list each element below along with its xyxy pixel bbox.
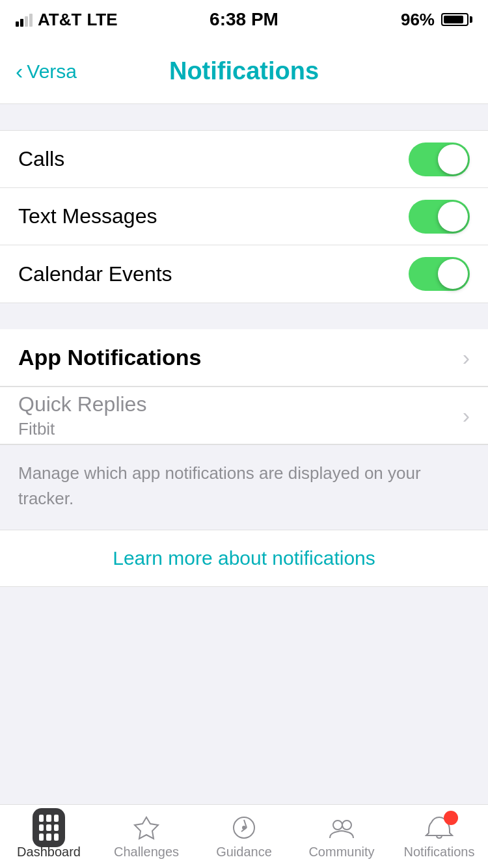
tab-notifications[interactable]: Notifications: [390, 813, 488, 860]
guidance-icon: [228, 813, 260, 842]
app-notifications-row[interactable]: App Notifications ›: [0, 329, 488, 387]
tab-community-label: Community: [308, 845, 374, 860]
app-notifications-chevron-icon: ›: [463, 345, 470, 370]
learn-more-section: Learn more about notifications: [0, 530, 488, 587]
page-title: Notifications: [169, 57, 319, 85]
text-messages-toggle-knob: [438, 202, 468, 232]
helper-text: Manage which app notifications are displ…: [18, 461, 470, 511]
community-icon: [325, 813, 358, 842]
section-divider-middle: [0, 303, 488, 329]
empty-space: [0, 587, 488, 769]
status-bar: AT&T LTE 6:38 PM 96%: [0, 0, 488, 39]
quick-replies-label: Quick Replies: [18, 392, 463, 416]
nav-header: ‹ Versa Notifications: [0, 39, 488, 104]
app-notifications-content: App Notifications: [18, 345, 463, 370]
signal-icon: [16, 12, 33, 27]
status-right: 96%: [401, 10, 472, 30]
svg-point-5: [333, 821, 342, 830]
calendar-events-toggle-knob: [438, 259, 468, 289]
quick-replies-section: Quick Replies Fitbit ›: [0, 387, 488, 445]
quick-replies-sublabel: Fitbit: [18, 419, 463, 439]
dashboard-icon: [33, 813, 65, 842]
calls-toggle[interactable]: [409, 142, 470, 176]
svg-point-4: [243, 826, 245, 829]
quick-replies-content: Quick Replies Fitbit: [18, 392, 463, 439]
calendar-events-toggle[interactable]: [409, 257, 470, 291]
tab-guidance-label: Guidance: [216, 845, 272, 860]
notifications-icon: [423, 813, 455, 842]
challenges-icon: [130, 813, 163, 842]
text-messages-row: Text Messages: [0, 188, 488, 245]
tab-bar: Dashboard Challenges Guidance: [0, 804, 488, 868]
helper-text-section: Manage which app notifications are displ…: [0, 445, 488, 530]
quick-replies-chevron-icon: ›: [463, 403, 470, 428]
app-notifications-label: App Notifications: [18, 345, 201, 370]
section-divider-top: [0, 104, 488, 130]
back-label: Versa: [27, 61, 77, 83]
tab-dashboard[interactable]: Dashboard: [0, 813, 98, 860]
back-chevron-icon: ‹: [16, 59, 23, 84]
tab-community[interactable]: Community: [293, 813, 390, 860]
time-label: 6:38 PM: [210, 9, 278, 30]
tab-challenges[interactable]: Challenges: [98, 813, 195, 860]
battery-icon: [441, 13, 472, 26]
calendar-events-row: Calendar Events: [0, 245, 488, 303]
text-messages-toggle[interactable]: [409, 200, 470, 234]
calls-toggle-knob: [438, 144, 468, 174]
status-left: AT&T LTE: [16, 10, 118, 30]
calls-row: Calls: [0, 131, 488, 188]
tab-challenges-label: Challenges: [114, 845, 179, 860]
calls-label: Calls: [18, 147, 64, 171]
notifications-badge-dot: [444, 811, 458, 825]
tab-dashboard-label: Dashboard: [17, 845, 81, 860]
quick-replies-row[interactable]: Quick Replies Fitbit ›: [0, 387, 488, 444]
svg-marker-0: [135, 817, 158, 839]
tab-notifications-label: Notifications: [404, 845, 475, 860]
settings-list: Calls Text Messages Calendar Events: [0, 130, 488, 303]
svg-point-6: [342, 821, 351, 830]
back-button[interactable]: ‹ Versa: [16, 59, 77, 84]
calendar-events-label: Calendar Events: [18, 262, 172, 286]
network-label: LTE: [87, 10, 117, 30]
learn-more-link[interactable]: Learn more about notifications: [113, 547, 375, 569]
tab-guidance[interactable]: Guidance: [195, 813, 293, 860]
text-messages-label: Text Messages: [18, 204, 157, 228]
battery-label: 96%: [401, 10, 435, 30]
carrier-label: AT&T: [38, 10, 81, 30]
